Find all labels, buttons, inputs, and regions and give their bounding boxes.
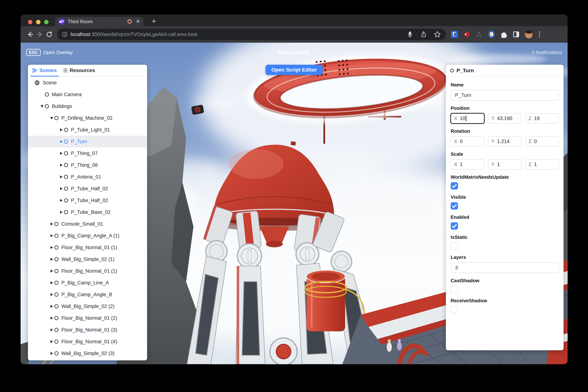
tree-row-p-turn[interactable]: P_Turn xyxy=(28,136,147,148)
side-panel-icon[interactable] xyxy=(512,31,520,38)
share-icon[interactable] xyxy=(420,31,427,38)
bookmark-star-icon[interactable] xyxy=(434,31,441,38)
url-text[interactable]: localhost:3000/world/!vjrzmTVOcyIsLgaAkA… xyxy=(70,32,403,37)
caret-right-icon[interactable] xyxy=(50,258,54,261)
position-z-input[interactable]: Z19 xyxy=(525,113,559,124)
tree-row-floor-big-normal-01-1[interactable]: Floor_Big_Normal_01 (1) xyxy=(28,242,147,253)
new-tab-button[interactable]: + xyxy=(149,16,158,26)
tree-row-p-thing-07[interactable]: P_Thing_07 xyxy=(28,148,147,159)
tree-label: P_Big_Camp_Line_A xyxy=(62,280,109,286)
screenshot-stage: Third Room ✕ + localhost:3000/world/!vjr… xyxy=(0,0,588,392)
tree-row-p-tube-light-01[interactable]: P_Tube_Light_01 xyxy=(28,124,147,136)
receiveshadow-checkbox[interactable] xyxy=(451,306,458,313)
tree-row-floor-big-normal-01-1[interactable]: Floor_Big_Normal_01 (1) xyxy=(28,265,147,277)
rotation-z-input[interactable]: Z0 xyxy=(525,136,559,146)
isstatic-checkbox[interactable] xyxy=(451,242,458,250)
microphone-icon[interactable] xyxy=(406,31,414,38)
caret-right-icon[interactable] xyxy=(59,128,63,131)
name-field-label: Name xyxy=(451,82,559,88)
browser-menu-button[interactable] xyxy=(539,32,540,37)
visible-checkbox[interactable] xyxy=(451,202,458,210)
password-manager-extension-icon[interactable] xyxy=(451,30,458,38)
caret-down-icon[interactable] xyxy=(50,117,54,119)
castshadow-checkbox[interactable] xyxy=(451,286,458,293)
reload-button[interactable] xyxy=(44,30,54,39)
entity-circle-icon xyxy=(450,69,454,72)
caret-right-icon[interactable] xyxy=(59,176,63,178)
recycle-extension-icon[interactable] xyxy=(476,31,483,38)
tree-row-floor-big-normal-01-2[interactable]: Floor_Big_Normal_01 (2) xyxy=(28,312,147,324)
profile-avatar[interactable] xyxy=(524,30,533,38)
tree-row-scene[interactable]: Scene xyxy=(28,77,147,88)
enabled-label: Enabled xyxy=(451,214,559,220)
tree-row-buildings[interactable]: Buildings xyxy=(28,100,147,112)
zoom-window-button[interactable] xyxy=(44,20,48,24)
tree-row-p-tube-base-02[interactable]: P_Tube_Base_02 xyxy=(28,206,147,218)
caret-down-icon[interactable] xyxy=(40,105,44,108)
tree-row-p-big-camp-angle-a-1[interactable]: P_Big_Camp_Angle_A (1) xyxy=(28,230,147,242)
tree-row-p-tube-half-02[interactable]: P_Tube_Half_02 xyxy=(28,194,147,206)
close-window-button[interactable] xyxy=(28,20,32,24)
tree-row-p-antena-01[interactable]: P_Antena_01 xyxy=(28,171,147,183)
enabled-checkbox[interactable] xyxy=(451,222,458,230)
tree-row-wall-big-simple-02-3[interactable]: Wall_Big_Simple_02 (3) xyxy=(28,348,147,359)
tree-row-wall-big-simple-02-1[interactable]: Wall_Big_Simple_02 (1) xyxy=(28,253,147,265)
tree-row-wall-big-simple-02-2[interactable]: Wall_Big_Simple_02 (2) xyxy=(28,300,147,312)
rotation-y-input[interactable]: Y1.214 xyxy=(488,136,522,146)
caret-right-icon[interactable] xyxy=(59,187,63,190)
tree-row-p-thing-08[interactable]: P_Thing_08 xyxy=(28,159,147,171)
notifications-counter[interactable]: 0 Notifications xyxy=(532,50,562,55)
minimize-window-button[interactable] xyxy=(36,20,40,24)
tree-row-floor-big-normal-01-4[interactable]: Floor_Big_Normal_01 (4) xyxy=(28,336,147,348)
tree-row-floor-big-normal-01-3[interactable]: Floor_Big_Normal_01 (3) xyxy=(28,324,147,336)
close-tab-button[interactable]: ✕ xyxy=(136,19,140,24)
caret-right-icon[interactable] xyxy=(59,164,63,166)
toggle-fields-top: WorldMatrixNeedsUpdateVisibleEnabledIsSt… xyxy=(451,174,559,250)
tree-row-console-small-01[interactable]: Console_Small_01 xyxy=(28,218,147,230)
tree-row-p-big-camp-angle-b[interactable]: P_Big_Camp_Angle_B xyxy=(28,289,147,300)
tree-row-p-tube-half-02[interactable]: P_Tube_Half_02 xyxy=(28,183,147,194)
caret-right-icon[interactable] xyxy=(50,270,54,272)
caret-right-icon[interactable] xyxy=(50,328,54,331)
extensions-puzzle-icon[interactable] xyxy=(500,30,508,38)
tab-resources[interactable]: Resources xyxy=(60,65,98,76)
layers-input[interactable] xyxy=(451,262,559,273)
tab-scenes[interactable]: Scenes xyxy=(30,65,60,76)
caret-right-icon[interactable] xyxy=(50,222,54,226)
caret-right-icon[interactable] xyxy=(50,305,54,308)
worldmatrixneedsupdate-checkbox[interactable] xyxy=(451,182,458,190)
site-info-icon[interactable] xyxy=(62,32,68,37)
moon-reader-extension-icon[interactable] xyxy=(488,30,495,38)
axis-value: 1 xyxy=(534,162,537,167)
tree-row-main-camera[interactable]: Main Camera xyxy=(28,88,147,100)
position-x-input[interactable]: X10 xyxy=(451,113,484,124)
back-button[interactable] xyxy=(25,30,35,39)
caret-right-icon[interactable] xyxy=(50,281,54,284)
caret-right-icon[interactable] xyxy=(50,293,54,296)
scale-x-input[interactable]: X1 xyxy=(451,159,484,170)
scale-y-input[interactable]: Y1 xyxy=(488,159,522,170)
caret-right-icon[interactable] xyxy=(50,352,54,355)
open-script-editor-button[interactable]: Open Script Editor xyxy=(266,65,323,75)
url-bar[interactable]: localhost:3000/world/!vjrzmTVOcyIsLgaAkA… xyxy=(57,29,446,40)
caret-right-icon[interactable] xyxy=(50,316,54,320)
browser-tab[interactable]: Third Room ✕ xyxy=(55,17,144,26)
3d-viewport[interactable]: ESC Open Overlay Home World 0 Notificati… xyxy=(20,43,568,364)
rotation-x-input[interactable]: X0 xyxy=(451,136,484,146)
caret-right-icon[interactable] xyxy=(50,340,54,343)
caret-right-icon[interactable] xyxy=(59,199,63,202)
forward-button[interactable] xyxy=(35,30,44,39)
caret-right-icon[interactable] xyxy=(50,234,54,237)
red-diamond-extension-icon[interactable] xyxy=(463,30,471,38)
entity-circle-icon xyxy=(54,246,58,250)
caret-right-icon[interactable] xyxy=(50,246,54,249)
tab-resources-label: Resources xyxy=(70,68,95,73)
tree-row-p-big-camp-line-a[interactable]: P_Big_Camp_Line_A xyxy=(28,277,147,289)
caret-right-icon[interactable] xyxy=(59,211,63,214)
position-y-input[interactable]: Y43.190 xyxy=(488,113,522,124)
name-input[interactable] xyxy=(451,90,559,100)
caret-right-icon[interactable] xyxy=(59,152,63,155)
scale-z-input[interactable]: Z1 xyxy=(525,159,559,170)
caret-right-icon[interactable] xyxy=(59,140,63,143)
tree-row-p-drilling-machine-02[interactable]: P_Drilling_Machine_02 xyxy=(28,112,147,124)
